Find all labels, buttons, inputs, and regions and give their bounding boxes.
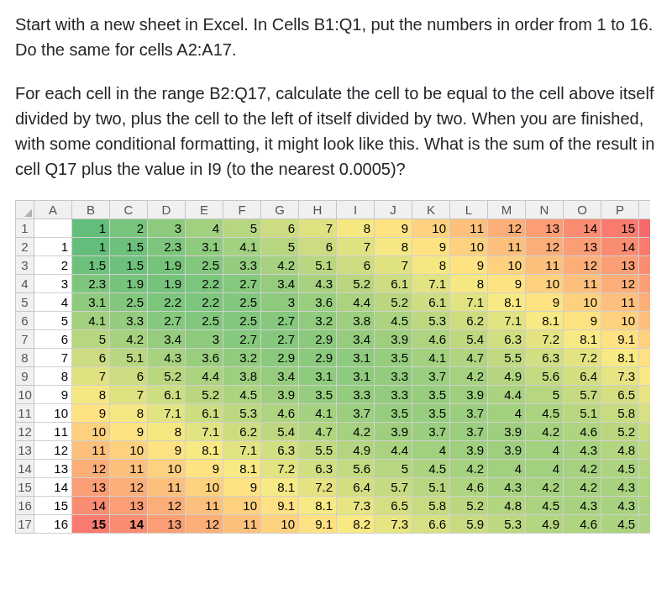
cell[interactable]: 7 [299,219,337,238]
cell[interactable]: 4.5 [412,460,450,478]
cell[interactable]: 2.9 [299,330,337,349]
cell[interactable]: 14 [34,478,72,497]
cell[interactable]: 4.5 [639,515,651,534]
cell[interactable]: 9.1 [261,497,299,515]
cell[interactable]: 12 [526,238,564,256]
cell[interactable]: 3.7 [450,404,488,423]
cell[interactable]: 2.9 [299,349,337,367]
cell[interactable]: 9 [110,423,148,441]
cell[interactable]: 1.5 [110,256,148,275]
row-header[interactable]: 13 [16,441,34,460]
cell[interactable]: 4.2 [110,330,148,349]
cell[interactable]: 6.4 [337,478,375,497]
cell[interactable]: 9 [34,386,72,404]
cell[interactable]: 5.2 [601,423,639,441]
row-header[interactable]: 14 [16,460,34,478]
row-header[interactable]: 12 [16,423,34,441]
cell[interactable]: 4 [526,460,564,478]
cell[interactable]: 4.2 [564,460,601,478]
cell[interactable]: 6 [34,330,72,349]
row-header[interactable]: 7 [16,330,34,349]
cell[interactable]: 5.8 [601,404,639,423]
cell[interactable]: 2 [34,256,72,275]
cell[interactable]: 3.9 [375,423,412,441]
cell[interactable]: 3.2 [299,312,337,330]
cell[interactable]: 4.1 [412,349,450,367]
column-header[interactable]: O [564,201,601,219]
cell[interactable]: 5 [375,460,412,478]
cell[interactable]: 10 [72,423,110,441]
row-header[interactable]: 2 [16,238,34,256]
cell[interactable]: 11 [223,515,261,534]
cell[interactable]: 7.3 [601,367,639,386]
cell[interactable]: 7.2 [299,478,337,497]
cell[interactable]: 8.1 [223,460,261,478]
cell[interactable]: 8.1 [299,497,337,515]
cell[interactable]: 3.3 [223,256,261,275]
cell[interactable]: 16 [639,219,651,238]
cell[interactable]: 12 [186,515,223,534]
cell[interactable]: 10 [148,460,186,478]
cell[interactable]: 4.2 [526,478,564,497]
cell[interactable]: 5.1 [110,349,148,367]
cell[interactable]: 11 [601,293,639,312]
column-header[interactable]: I [337,201,375,219]
cell[interactable]: 5 [223,219,261,238]
cell[interactable]: 9.1 [639,349,651,367]
cell[interactable]: 4.7 [299,423,337,441]
cell[interactable]: 2.2 [186,293,223,312]
cell[interactable]: 4.5 [639,497,651,515]
cell[interactable]: 4.8 [601,441,639,460]
cell[interactable]: 10 [639,330,651,349]
column-header[interactable]: A [34,201,72,219]
cell[interactable]: 14 [601,238,639,256]
cell[interactable]: 3.1 [337,367,375,386]
cell[interactable]: 10 [564,293,601,312]
cell[interactable]: 7.1 [186,423,223,441]
cell[interactable]: 5.2 [186,386,223,404]
cell[interactable]: 12 [34,441,72,460]
column-header[interactable]: E [186,201,223,219]
cell[interactable]: 7 [34,349,72,367]
cell[interactable]: 6 [261,219,299,238]
cell[interactable]: 14 [639,256,651,275]
column-header[interactable]: P [601,201,639,219]
cell[interactable]: 2.5 [223,312,261,330]
column-header[interactable]: J [375,201,412,219]
cell[interactable]: 15 [601,219,639,238]
cell[interactable]: 3.1 [299,367,337,386]
cell[interactable]: 7.3 [639,386,651,404]
cell[interactable]: 3.6 [299,293,337,312]
cell[interactable]: 5.7 [375,478,412,497]
cell[interactable]: 2.5 [110,293,148,312]
cell[interactable]: 13 [564,238,601,256]
column-header[interactable]: K [412,201,450,219]
cell[interactable]: 5.6 [526,367,564,386]
cell[interactable]: 10 [601,312,639,330]
row-header[interactable]: 16 [16,497,34,515]
cell[interactable]: 9 [412,238,450,256]
cell[interactable]: 7.3 [375,515,412,534]
cell[interactable]: 5.2 [375,293,412,312]
cell[interactable]: 4.6 [564,423,601,441]
row-header[interactable]: 9 [16,367,34,386]
cell[interactable]: 4 [186,219,223,238]
cell[interactable]: 8.1 [564,330,601,349]
cell[interactable]: 9 [488,275,526,293]
cell[interactable]: 6.2 [223,423,261,441]
cell[interactable]: 4.6 [564,515,601,534]
cell[interactable]: 5.2 [337,275,375,293]
cell[interactable]: 4.5 [526,497,564,515]
cell[interactable]: 7.1 [450,293,488,312]
cell[interactable]: 5.3 [488,515,526,534]
cell[interactable]: 3.4 [148,330,186,349]
cell[interactable]: 3.9 [261,386,299,404]
cell[interactable]: 3.9 [450,386,488,404]
cell[interactable]: 1 [34,238,72,256]
row-header[interactable]: 8 [16,349,34,367]
cell[interactable]: 6 [337,256,375,275]
cell[interactable]: 10 [223,497,261,515]
cell[interactable]: 8.2 [639,367,651,386]
cell[interactable]: 13 [639,275,651,293]
cell[interactable]: 7 [110,386,148,404]
